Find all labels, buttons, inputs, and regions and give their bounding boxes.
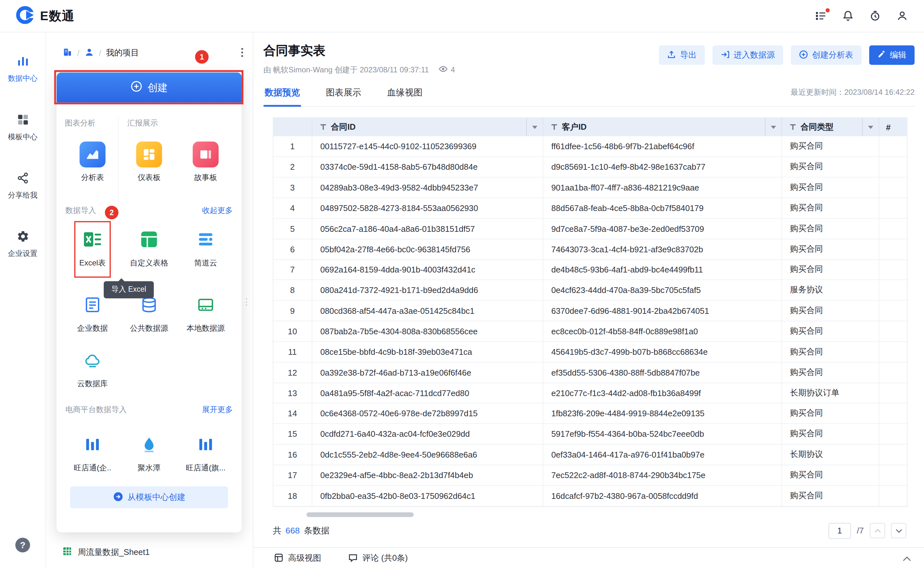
menu-item-analysis-table[interactable]: 分析表 [64, 141, 121, 183]
cell-contract-id: 0a392e38-b72f-46ad-b713-a19e06f6f46e [312, 362, 543, 383]
table-row[interactable]: 8 080a241d-7372-4921-b171-b9ed2d4a9dd6 0… [273, 280, 907, 300]
row-number: 16 [273, 444, 312, 465]
total-count[interactable]: 668 [285, 526, 300, 536]
data-table: 合同ID 客户ID [273, 118, 907, 506]
column-header-contract-type[interactable]: 合同类型 [781, 118, 878, 136]
table-row[interactable]: 6 05bf042a-27f8-4e66-bc0c-9638145fd756 7… [273, 239, 907, 259]
column-header-customer-id[interactable]: 客户ID [543, 118, 781, 136]
section-data-import: 数据导入 [65, 205, 96, 216]
breadcrumb-separator: / [77, 48, 79, 58]
sidebar-item-shared-with-me[interactable]: 分享给我 [8, 172, 38, 201]
menu-item-label: 自定义表格 [130, 258, 168, 268]
table-row[interactable]: 3 04289ab3-08e3-49d3-9582-4dbb945233e7 9… [273, 177, 907, 198]
table-row[interactable]: 12 0a392e38-b72f-46ad-b713-a19e06f6f46e … [273, 362, 907, 383]
collapse-more-link[interactable]: 收起更多 [202, 205, 233, 216]
cell-customer-id: ec8cec0b-012f-4b58-84ff-0c889e98f1a0 [543, 321, 781, 342]
menu-item-custom-table[interactable]: 自定义表格 [121, 226, 177, 268]
cell-contract-id: 0cdfd271-6a40-432a-ac04-fcf0e3e029dd [312, 424, 543, 444]
menu-item-label: 仪表板 [138, 172, 161, 183]
panel-resize-handle[interactable]: ⋮ [242, 297, 251, 307]
main-content: 合同事实表 由 帆软Simon-Wang 创建于 2023/08/11 09:3… [253, 32, 924, 569]
sidebar-item-template-center[interactable]: 模板中心 [8, 113, 38, 142]
row-number: 9 [273, 301, 312, 321]
cell-extra [878, 444, 907, 465]
table-row[interactable]: 11 08ce15be-bbfd-4c9b-b18f-39eb03e471ca … [273, 342, 907, 362]
menu-item-wdt-enterprise[interactable]: 旺店通(企.. [64, 431, 121, 473]
export-button[interactable]: 导出 [658, 46, 705, 65]
cell-contract-type: 长期协议订单 [781, 383, 878, 403]
cell-customer-id: de4b48c5-93b6-4af1-abd9-bc4e4499fb11 [543, 259, 781, 280]
create-from-template-button[interactable]: 从模板中心创建 [70, 486, 228, 508]
menu-item-excel[interactable]: Excel表 [64, 226, 121, 268]
column-label: 合同类型 [800, 122, 833, 132]
enter-data-source-button[interactable]: 进入数据源 [712, 46, 783, 65]
text-type-icon [789, 123, 796, 131]
table-row[interactable]: 1 00115727-e145-44c0-9102-110523699369 f… [273, 136, 907, 157]
column-dropdown-icon[interactable] [765, 118, 781, 136]
table-row[interactable]: 7 0692a164-8159-4dda-901b-4003f432d41c d… [273, 259, 907, 280]
page-input[interactable] [828, 523, 851, 539]
cell-customer-id: 901aa1ba-ff07-4ff7-a836-4821219c9aae [543, 177, 781, 198]
table-row[interactable]: 17 0e2329e4-af5e-4bbc-8ea2-2b13d7f4b4eb … [273, 465, 907, 485]
timer-icon[interactable] [869, 9, 882, 23]
cell-extra [878, 177, 907, 198]
column-header-extra[interactable]: # [878, 118, 907, 136]
collapse-chevron-icon[interactable] [903, 555, 911, 561]
cell-contract-id: 08ce15be-bbfd-4c9b-b18f-39eb03e471ca [312, 342, 543, 362]
table-row[interactable]: 2 03374c0e-59d1-4158-8ab5-67b48d80d84e d… [273, 157, 907, 177]
org-building-icon[interactable] [62, 47, 72, 59]
page-up-button[interactable] [870, 523, 885, 538]
breadcrumb-current[interactable]: 我的项目 [106, 48, 139, 58]
data-table-container: 合同ID 客户ID [273, 117, 907, 507]
table-row[interactable]: 5 056c2ca7-a186-40a4-a8a6-01b38151df57 9… [273, 218, 907, 239]
edit-button[interactable]: 编辑 [869, 46, 915, 65]
create-button[interactable]: 创建 [57, 72, 242, 102]
menu-item-wdt-flagship[interactable]: 旺店通(旗... [177, 431, 234, 473]
comments-button[interactable]: 评论 (共0条) [348, 553, 408, 564]
table-row[interactable]: 18 0fb2bba0-ea35-42b0-8e03-1750962d64c1 … [273, 485, 907, 506]
expand-more-link[interactable]: 展开更多 [202, 405, 233, 415]
menu-item-dashboard[interactable]: 仪表板 [121, 141, 177, 183]
help-icon[interactable]: ? [15, 538, 30, 552]
row-number: 15 [273, 424, 312, 444]
menu-item-jiandaoyun[interactable]: 简道云 [177, 226, 234, 268]
menu-item-jushuitan[interactable]: 聚水潭 [121, 431, 177, 473]
bell-icon[interactable] [841, 9, 854, 23]
page-down-button[interactable] [891, 523, 906, 538]
dataset-list-item-label: 周流量数据_Sheet1 [78, 547, 150, 557]
menu-item-local-source[interactable]: 本地数据源 [177, 291, 234, 334]
tab-lineage-view[interactable]: 血缘视图 [386, 84, 424, 106]
table-row[interactable]: 15 0cdfd271-6a40-432a-ac04-fcf0e3e029dd … [273, 424, 907, 444]
dataset-list-item[interactable]: 周流量数据_Sheet1 [62, 546, 150, 558]
advanced-view-button[interactable]: 高级视图 [274, 553, 321, 564]
tasks-icon[interactable] [815, 9, 828, 23]
title-block: 合同事实表 由 帆软Simon-Wang 创建于 2023/08/11 09:3… [263, 43, 455, 76]
menu-item-cloud-db[interactable]: 云数据库 [64, 347, 121, 389]
row-number: 18 [273, 485, 312, 506]
table-row[interactable]: 9 080cd368-af54-447a-a3ae-051425c84bc1 6… [273, 301, 907, 321]
tab-data-preview[interactable]: 数据预览 [263, 84, 301, 106]
tab-chart-display[interactable]: 图表展示 [325, 84, 363, 106]
column-dropdown-icon[interactable] [862, 118, 878, 136]
user-icon[interactable] [896, 9, 909, 23]
table-row[interactable]: 14 0c6e4368-0572-40e6-978e-de72b8997d15 … [273, 403, 907, 424]
horizontal-scrollbar-thumb[interactable] [306, 512, 414, 517]
template-center-icon [16, 113, 29, 128]
sidebar-item-enterprise-settings[interactable]: 企业设置 [8, 230, 38, 259]
menu-item-storyboard[interactable]: 故事板 [177, 141, 234, 183]
table-row[interactable]: 10 087bab2a-7b5e-4304-808a-830b68556cee … [273, 321, 907, 342]
table-row[interactable]: 4 04897502-5828-4273-8184-553aa0562930 8… [273, 198, 907, 218]
create-analysis-button[interactable]: 创建分析表 [791, 46, 862, 65]
column-dropdown-icon[interactable] [526, 118, 543, 136]
cell-extra [878, 218, 907, 239]
sidebar-item-data-center[interactable]: 数据中心 [8, 55, 38, 84]
cell-contract-id: 04897502-5828-4273-8184-553aa0562930 [312, 198, 543, 218]
table-row[interactable]: 16 0dc1c555-2eb2-4d8e-9ee4-50e96688e6a6 … [273, 444, 907, 465]
my-space-icon[interactable] [84, 47, 94, 59]
create-analysis-label: 创建分析表 [812, 50, 853, 61]
table-row[interactable]: 13 0a481a95-5f8f-4a2f-acac-711dcd77ed80 … [273, 383, 907, 403]
cell-contract-type: 购买合同 [781, 321, 878, 342]
kebab-menu-icon[interactable] [241, 47, 243, 59]
wangdiantong-icon [192, 431, 219, 458]
column-header-contract-id[interactable]: 合同ID [312, 118, 543, 136]
